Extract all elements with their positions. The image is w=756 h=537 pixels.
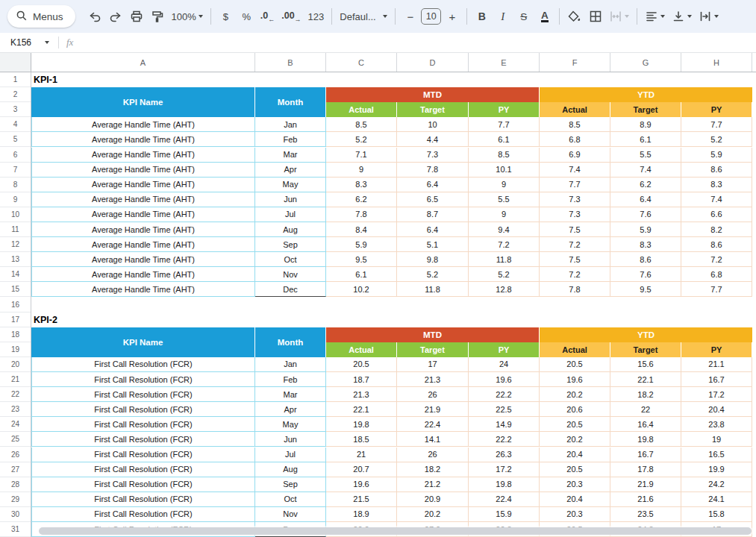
row-number-21[interactable]: 21: [0, 372, 31, 387]
mtd-header[interactable]: MTD: [326, 327, 540, 342]
value-cell[interactable]: 7.4: [681, 192, 752, 207]
row-number-8[interactable]: 8: [0, 178, 31, 192]
value-cell[interactable]: 6.1: [469, 132, 540, 147]
value-cell[interactable]: 20.5: [540, 417, 610, 432]
kpi-name-cell[interactable]: First Call Resolution (FCR): [31, 357, 255, 372]
mtd-sub-header-py[interactable]: PY: [469, 102, 540, 117]
value-cell[interactable]: 20.4: [540, 448, 610, 462]
row-number-14[interactable]: 14: [0, 267, 31, 282]
row-number-22[interactable]: 22: [0, 387, 31, 402]
value-cell[interactable]: 19.9: [681, 462, 752, 477]
kpi-name-cell[interactable]: First Call Resolution (FCR): [31, 492, 255, 507]
row-number-3[interactable]: 3: [0, 102, 31, 117]
horizontal-align-button[interactable]: [642, 6, 668, 27]
month-cell[interactable]: Nov: [255, 267, 326, 282]
value-cell[interactable]: 10: [397, 117, 469, 132]
row-number-13[interactable]: 13: [0, 252, 31, 267]
value-cell[interactable]: 21.6: [610, 492, 681, 507]
value-cell[interactable]: 11.8: [397, 282, 469, 297]
month-cell[interactable]: Apr: [255, 163, 326, 178]
value-cell[interactable]: 16.7: [681, 372, 752, 387]
value-cell[interactable]: 20.7: [326, 462, 397, 477]
value-cell[interactable]: 7.2: [540, 237, 610, 252]
value-cell[interactable]: 6.4: [397, 222, 469, 237]
value-cell[interactable]: 9: [469, 178, 540, 192]
month-cell[interactable]: Oct: [255, 492, 326, 507]
value-cell[interactable]: 21.3: [326, 387, 397, 402]
value-cell[interactable]: 9.5: [610, 282, 681, 297]
row-number-18[interactable]: 18: [0, 327, 31, 342]
value-cell[interactable]: 5.2: [681, 132, 752, 147]
ytd-header[interactable]: YTD: [540, 327, 752, 342]
value-cell[interactable]: 7.3: [397, 148, 469, 163]
value-cell[interactable]: 7.8: [540, 282, 610, 297]
value-cell[interactable]: 20.2: [540, 432, 610, 447]
value-cell[interactable]: 8.6: [610, 252, 681, 267]
value-cell[interactable]: 7.6: [610, 207, 681, 222]
value-cell[interactable]: 20.2: [540, 387, 610, 402]
month-cell[interactable]: Aug: [255, 222, 326, 237]
value-cell[interactable]: 7.2: [469, 237, 540, 252]
mtd-sub-header-actual[interactable]: Actual: [326, 342, 397, 357]
value-cell[interactable]: 7.3: [540, 207, 610, 222]
row-number-27[interactable]: 27: [0, 462, 31, 477]
kpi-name-cell[interactable]: Average Handle Time (AHT): [31, 132, 255, 147]
kpi-name-cell[interactable]: First Call Resolution (FCR): [31, 448, 255, 462]
text-wrap-button[interactable]: [696, 6, 722, 27]
month-cell[interactable]: Sep: [255, 237, 326, 252]
value-cell[interactable]: 7.2: [540, 267, 610, 282]
value-cell[interactable]: 7.4: [610, 163, 681, 178]
kpi-name-cell[interactable]: Average Handle Time (AHT): [31, 148, 255, 163]
row-number-31[interactable]: 31: [0, 522, 31, 537]
paint-format-button[interactable]: [148, 6, 168, 27]
column-header-h[interactable]: H: [681, 53, 752, 72]
value-cell[interactable]: 15.8: [681, 507, 752, 522]
month-cell[interactable]: Mar: [255, 148, 326, 163]
row-number-1[interactable]: 1: [0, 72, 31, 87]
value-cell[interactable]: 7.7: [469, 117, 540, 132]
number-format-button[interactable]: 123: [305, 6, 328, 27]
value-cell[interactable]: 8.5: [469, 148, 540, 163]
ytd-sub-header-target[interactable]: Target: [610, 102, 681, 117]
row-number-6[interactable]: 6: [0, 148, 31, 163]
value-cell[interactable]: 5.1: [397, 237, 469, 252]
column-header-a[interactable]: A: [31, 53, 255, 72]
increase-decimal-button[interactable]: .00→: [278, 6, 304, 27]
value-cell[interactable]: 21.1: [681, 357, 752, 372]
formula-input[interactable]: [73, 33, 756, 52]
value-cell[interactable]: 8.4: [326, 222, 397, 237]
row-number-7[interactable]: 7: [0, 163, 31, 178]
increase-font-button[interactable]: +: [442, 6, 462, 27]
value-cell[interactable]: 6.2: [326, 192, 397, 207]
value-cell[interactable]: 7.7: [681, 117, 752, 132]
value-cell[interactable]: 8.6: [681, 237, 752, 252]
month-cell[interactable]: Apr: [255, 402, 326, 417]
month-cell[interactable]: Jul: [255, 207, 326, 222]
month-cell[interactable]: Feb: [255, 372, 326, 387]
value-cell[interactable]: 7.5: [540, 222, 610, 237]
decrease-font-button[interactable]: −: [400, 6, 420, 27]
value-cell[interactable]: 21.2: [397, 477, 469, 492]
value-cell[interactable]: 22.4: [397, 417, 469, 432]
month-cell[interactable]: May: [255, 178, 326, 192]
value-cell[interactable]: 5.2: [397, 267, 469, 282]
kpi-name-cell[interactable]: Average Handle Time (AHT): [31, 178, 255, 192]
kpi-name-cell[interactable]: Average Handle Time (AHT): [31, 237, 255, 252]
value-cell[interactable]: 22.2: [469, 387, 540, 402]
value-cell[interactable]: 26.3: [469, 448, 540, 462]
kpi-name-cell[interactable]: Average Handle Time (AHT): [31, 117, 255, 132]
row-number-26[interactable]: 26: [0, 448, 31, 462]
row-number-9[interactable]: 9: [0, 192, 31, 207]
value-cell[interactable]: 9.8: [397, 252, 469, 267]
value-cell[interactable]: 5.2: [326, 132, 397, 147]
value-cell[interactable]: 11.8: [469, 252, 540, 267]
month-cell[interactable]: Mar: [255, 387, 326, 402]
value-cell[interactable]: 20.5: [540, 357, 610, 372]
value-cell[interactable]: 6.1: [326, 267, 397, 282]
value-cell[interactable]: 8.2: [681, 222, 752, 237]
strikethrough-button[interactable]: S: [513, 6, 534, 27]
row-number-25[interactable]: 25: [0, 432, 31, 447]
name-box[interactable]: K156: [0, 37, 49, 48]
decrease-decimal-button[interactable]: .0←: [257, 6, 278, 27]
month-cell[interactable]: Jun: [255, 192, 326, 207]
